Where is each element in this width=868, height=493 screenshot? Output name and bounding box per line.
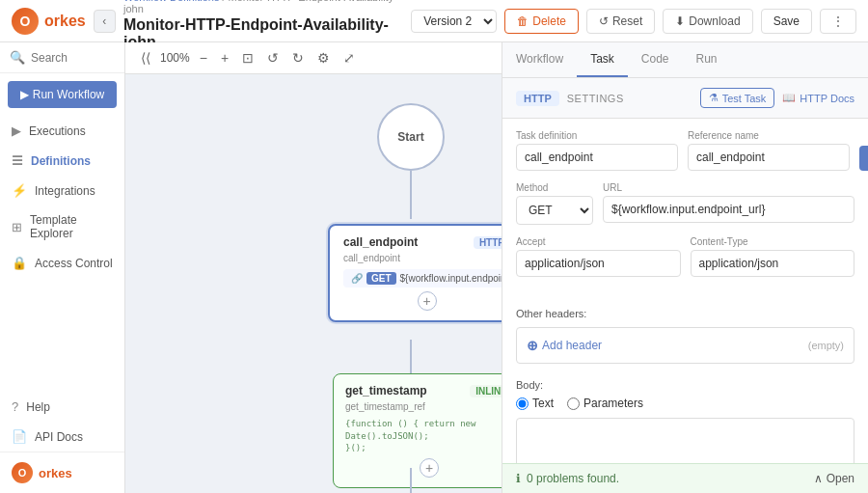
fullscreen-btn[interactable]: ⤢: [339, 48, 359, 68]
sidebar-logo-text: orkes: [39, 466, 72, 480]
method-badge: GET: [366, 272, 396, 285]
task-ref: call_endpoint: [343, 253, 502, 263]
executions-label: Executions: [29, 124, 86, 138]
tab-run[interactable]: Run: [683, 42, 731, 77]
body-text-option[interactable]: Text: [516, 397, 554, 410]
content-type-label: Content-Type: [691, 236, 855, 247]
save-button[interactable]: Save: [761, 9, 812, 34]
sidebar-logo-icon: O: [12, 462, 33, 483]
sidebar-item-integrations[interactable]: ⚡ Integrations: [0, 176, 124, 205]
fit-btn[interactable]: ⊡: [238, 48, 258, 68]
main-layout: 🔍 ▶ Run Workflow ▶ Executions ☰ Definiti…: [0, 42, 868, 493]
body-section: Body: Text Parameters: [502, 371, 868, 463]
reset-icon: ↺: [599, 14, 609, 28]
add-node-btn[interactable]: +: [418, 291, 437, 311]
workflow-canvas[interactable]: Start ✕ call_endpoint HTTP call_endpoint…: [125, 74, 502, 493]
sidebar-search-container: 🔍: [0, 42, 124, 73]
other-headers-label: Other headers:: [516, 308, 854, 319]
collapse-panel-btn[interactable]: ⟨⟨: [137, 48, 154, 68]
other-headers-section: Other headers: ⊕ Add header (empty): [502, 300, 868, 371]
http-badge: HTTP: [516, 91, 559, 106]
headers-box: ⊕ Add header (empty): [516, 327, 854, 364]
body-label: Body:: [516, 379, 854, 391]
definitions-label: Definitions: [31, 154, 91, 168]
body-params-option[interactable]: Parameters: [567, 397, 643, 410]
timestamp-ref: get_timestamp_ref: [345, 401, 502, 412]
problems-count: 0 problems found.: [527, 472, 619, 485]
accept-field: Accept: [516, 236, 681, 277]
play-icon: ▶: [20, 88, 29, 101]
version-select[interactable]: Version 2: [411, 10, 497, 33]
orkes-logo: O orkes: [12, 8, 86, 35]
settings-btn[interactable]: ⚙: [313, 48, 334, 68]
delete-icon: 🗑: [517, 14, 529, 28]
zoom-in-btn[interactable]: +: [217, 48, 232, 68]
integrations-label: Integrations: [35, 184, 95, 198]
problems-left: ℹ 0 problems found.: [516, 472, 619, 485]
download-icon: ⬇: [675, 14, 685, 28]
method-field: Method GET POST PUT DELETE: [516, 182, 593, 225]
method-select[interactable]: GET POST PUT DELETE: [516, 196, 593, 225]
connector-timestamp-to-status: [410, 468, 412, 493]
delete-button[interactable]: 🗑 Delete: [504, 9, 579, 34]
redo-btn[interactable]: ↻: [288, 48, 308, 68]
download-button[interactable]: ⬇ Download: [663, 9, 752, 34]
sidebar-toggle-btn[interactable]: ‹: [94, 10, 116, 33]
http-docs-btn[interactable]: 📖 HTTP Docs: [782, 92, 854, 104]
sidebar-item-template-explorer[interactable]: ⊞ Template Explorer: [0, 205, 124, 248]
chevron-up-icon: ∧: [814, 472, 823, 485]
task-def-section: Task definition Reference name Generate …: [502, 119, 868, 300]
panel-scroll: Task definition Reference name Generate …: [502, 119, 868, 463]
right-panel: Workflow Task Code Run HTTP SETTINGS ⚗ T…: [502, 42, 868, 493]
access-label: Access Control: [35, 257, 113, 270]
integrations-icon: ⚡: [12, 183, 27, 198]
settings-label: SETTINGS: [567, 93, 692, 104]
http-panel-header: HTTP SETTINGS ⚗ Test Task 📖 HTTP Docs: [502, 78, 868, 119]
content-type-input[interactable]: [691, 250, 855, 277]
body-textarea[interactable]: [516, 418, 854, 463]
sidebar-bottom-logo: O orkes: [0, 452, 124, 493]
zoom-out-btn[interactable]: −: [196, 48, 211, 68]
run-workflow-button[interactable]: ▶ Run Workflow: [8, 81, 117, 108]
task-def-input[interactable]: [516, 144, 678, 171]
help-icon: ?: [12, 399, 18, 414]
panel-tabs: Workflow Task Code Run: [502, 42, 868, 78]
api-label: API Docs: [35, 430, 83, 444]
url-field: URL: [603, 182, 854, 225]
executions-icon: ▶: [12, 123, 21, 138]
add-header-btn[interactable]: ⊕ Add header: [527, 338, 602, 353]
call-endpoint-node[interactable]: ✕ call_endpoint HTTP call_endpoint 🔗 GET…: [328, 224, 502, 322]
zoom-level: 100%: [160, 51, 190, 65]
problems-bar: ℹ 0 problems found. ∧ Open: [502, 463, 868, 493]
add-timestamp-node-btn[interactable]: +: [420, 458, 439, 478]
task-type-badge: HTTP: [474, 236, 502, 249]
body-params-radio[interactable]: [567, 397, 580, 410]
sidebar-item-definitions[interactable]: ☰ Definitions: [0, 146, 124, 176]
orkes-logo-icon: O: [12, 8, 39, 35]
undo-btn[interactable]: ↺: [263, 48, 283, 68]
more-options-button[interactable]: ⋮: [820, 9, 856, 34]
empty-label: (empty): [808, 340, 844, 351]
tab-task[interactable]: Task: [577, 42, 628, 77]
sidebar: 🔍 ▶ Run Workflow ▶ Executions ☰ Definiti…: [0, 42, 125, 493]
tab-code[interactable]: Code: [628, 42, 683, 77]
sidebar-item-access-control[interactable]: 🔒 Access Control: [0, 248, 124, 278]
method-url-row: Method GET POST PUT DELETE URL: [516, 182, 854, 225]
task-def-row: Task definition Reference name Generate: [516, 130, 854, 171]
sidebar-item-help[interactable]: ? Help: [0, 392, 124, 422]
task-url: 🔗 GET ${workflow.input.endpoint_url}: [343, 269, 502, 288]
generate-btn[interactable]: Generate: [859, 146, 868, 171]
reset-button[interactable]: ↺ Reset: [586, 9, 655, 34]
canvas-toolbar: ⟨⟨ 100% − + ⊡ ↺ ↻ ⚙ ⤢: [125, 42, 502, 74]
sidebar-item-api-docs[interactable]: 📄 API Docs: [0, 422, 124, 452]
test-task-btn[interactable]: ⚗ Test Task: [700, 88, 775, 108]
body-text-radio[interactable]: [516, 397, 529, 410]
accept-input[interactable]: [516, 250, 681, 277]
ref-name-input[interactable]: [688, 144, 850, 171]
task-node-header: call_endpoint HTTP: [343, 235, 502, 249]
tab-workflow[interactable]: Workflow: [502, 42, 577, 77]
sidebar-item-executions[interactable]: ▶ Executions: [0, 116, 124, 146]
open-btn[interactable]: ∧ Open: [814, 472, 854, 485]
get-timestamp-node[interactable]: ✕ get_timestamp INLINE get_timestamp_ref…: [333, 373, 502, 488]
url-input[interactable]: [603, 196, 854, 223]
